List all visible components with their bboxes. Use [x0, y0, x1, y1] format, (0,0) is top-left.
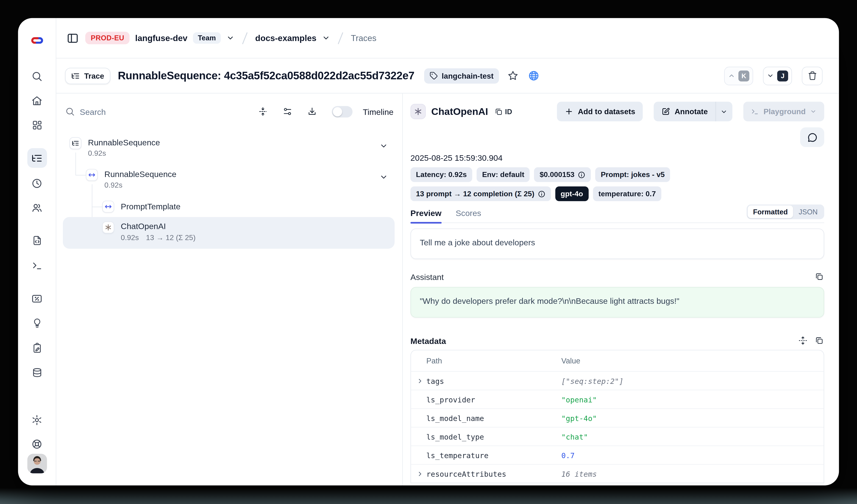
latency-badge: Latency: 0.92s: [410, 167, 472, 182]
copy-output-button[interactable]: [814, 272, 824, 282]
toggle-sidebar-button[interactable]: [66, 31, 80, 45]
chevron-right-icon[interactable]: [417, 377, 424, 384]
sidebar-item-search[interactable]: [27, 66, 47, 86]
timeline-toggle[interactable]: [332, 106, 353, 117]
comments-button[interactable]: [800, 127, 824, 147]
add-to-datasets-label: Add to datasets: [578, 107, 635, 116]
tree-connector: [75, 153, 76, 175]
annotate-dropdown-button[interactable]: [716, 102, 732, 121]
bookmark-star-button[interactable]: [506, 69, 520, 83]
annotate-button[interactable]: Annotate: [654, 102, 715, 121]
file-code-icon: [31, 235, 43, 246]
sidebar-item-support[interactable]: [27, 434, 47, 454]
sidebar-item-home[interactable]: [27, 91, 47, 110]
metadata-key: ls_model_type: [426, 432, 561, 441]
sidebar-item-tracing[interactable]: [27, 148, 47, 168]
observation-detail-panel: ChatOpenAI ID Add to datasets Annotate: [403, 93, 839, 485]
copy-id-button[interactable]: ID: [494, 107, 512, 116]
metadata-row[interactable]: tags ["seq:step:2"]: [411, 371, 824, 390]
assistant-message-card: "Why do developers prefer dark mode?\n\n…: [410, 287, 824, 318]
tree-node-name[interactable]: PromptTemplate: [121, 202, 181, 211]
cost-badge[interactable]: $0.000153: [534, 167, 591, 182]
avatar-photo: [27, 454, 47, 473]
public-share-button[interactable]: [527, 69, 541, 83]
metadata-row: ls_model_type "chat": [411, 427, 824, 446]
sidebar-item-users[interactable]: [27, 198, 47, 218]
tree-node-name[interactable]: ChatOpenAI: [121, 221, 166, 231]
next-observation-button[interactable]: J: [763, 67, 792, 85]
chevron-right-icon[interactable]: [417, 470, 424, 477]
chevron-down-icon[interactable]: [380, 173, 388, 181]
generation-node-icon: [102, 221, 114, 233]
sidebar-item-sessions[interactable]: [27, 173, 47, 193]
column-path: Path: [426, 356, 561, 365]
sidebar-item-dashboards[interactable]: [27, 115, 47, 135]
environment-badge[interactable]: PROD-EU: [85, 32, 130, 44]
terminal-icon: [751, 107, 759, 116]
metadata-value: "gpt-4o": [561, 413, 597, 422]
trace-tag-chip[interactable]: langchain-test: [424, 68, 499, 84]
expand-metadata-button[interactable]: [798, 336, 808, 346]
metadata-key: resourceAttributes: [426, 469, 561, 478]
tree-node-name[interactable]: RunnableSequence: [104, 170, 177, 179]
sidebar-item-datasets[interactable]: [27, 363, 47, 383]
sidebar-item-settings[interactable]: [27, 410, 47, 430]
metadata-row[interactable]: resourceAttributes 16 items: [411, 464, 824, 483]
tree-search-input[interactable]: [80, 107, 244, 116]
chevron-down-icon[interactable]: [380, 141, 388, 150]
sidebar-item-prompts[interactable]: [27, 231, 47, 250]
add-to-datasets-button[interactable]: Add to datasets: [557, 102, 643, 121]
trace-type-label: Trace: [84, 71, 104, 80]
sidebar-item-scores[interactable]: [27, 289, 47, 308]
sidebar-item-playground[interactable]: [27, 255, 47, 275]
org-switcher-chevron-icon[interactable]: [226, 34, 234, 42]
tab-scores[interactable]: Scores: [456, 208, 481, 218]
breadcrumb-section[interactable]: Traces: [351, 33, 377, 43]
chevron-down-icon: [721, 108, 728, 115]
sidebar-item-annotation-queues[interactable]: [27, 338, 47, 358]
langfuse-logo[interactable]: [30, 34, 44, 46]
collapse-all-button[interactable]: [257, 105, 269, 117]
view-formatted[interactable]: Formatted: [747, 206, 793, 218]
chevron-down-icon: [810, 108, 817, 115]
clock-icon: [31, 177, 43, 189]
observation-title: ChatOpenAI: [431, 106, 488, 117]
sidebar: [18, 18, 56, 485]
tab-preview[interactable]: Preview: [410, 208, 441, 218]
tree-node-duration: 0.92s: [121, 233, 139, 242]
copy-icon: [815, 336, 824, 345]
org-name[interactable]: langfuse-dev: [135, 33, 187, 43]
view-json[interactable]: JSON: [793, 206, 823, 218]
user-avatar[interactable]: [27, 454, 47, 473]
top-navbar: PROD-EU langfuse-dev Team docs-examples …: [56, 18, 839, 58]
openai-icon-badge: [410, 104, 426, 119]
column-value: Value: [561, 356, 581, 365]
prompt-badge[interactable]: Prompt: jokes - v5: [595, 167, 670, 182]
copy-icon: [494, 107, 503, 116]
token-usage-badge[interactable]: 13 prompt → 12 completion (Σ 25): [410, 187, 551, 201]
project-name[interactable]: docs-examples: [255, 33, 317, 43]
delete-trace-button[interactable]: [802, 67, 823, 85]
plus-icon: [565, 107, 573, 116]
view-mode-toggle: Formatted JSON: [746, 205, 824, 219]
trace-header: Trace RunnableSequence: 4c35a5f52ca0588d…: [56, 58, 839, 93]
playground-button[interactable]: Playground: [743, 102, 824, 121]
copy-metadata-button[interactable]: [814, 336, 824, 346]
prev-observation-button[interactable]: K: [724, 67, 753, 85]
observation-tree: RunnableSequence 0.92s RunnableSequence …: [63, 134, 396, 254]
model-badge[interactable]: gpt-4o: [555, 187, 589, 201]
gear-icon: [31, 414, 43, 425]
collapse-vertical-icon: [258, 107, 268, 117]
copy-icon: [815, 272, 824, 281]
observation-timestamp: 2025-08-25 15:59:30.904: [410, 153, 824, 162]
tree-node-name[interactable]: RunnableSequence: [88, 138, 160, 147]
trash-icon: [807, 71, 817, 81]
search-icon: [65, 107, 75, 117]
tree-settings-button[interactable]: [282, 105, 293, 117]
home-icon: [31, 95, 43, 106]
keycap-k: K: [738, 70, 750, 81]
download-button[interactable]: [306, 105, 318, 117]
sidebar-item-evaluation[interactable]: [27, 313, 47, 333]
observation-header: ChatOpenAI ID Add to datasets Annotate: [410, 101, 824, 122]
project-switcher-chevron-icon[interactable]: [322, 34, 330, 42]
